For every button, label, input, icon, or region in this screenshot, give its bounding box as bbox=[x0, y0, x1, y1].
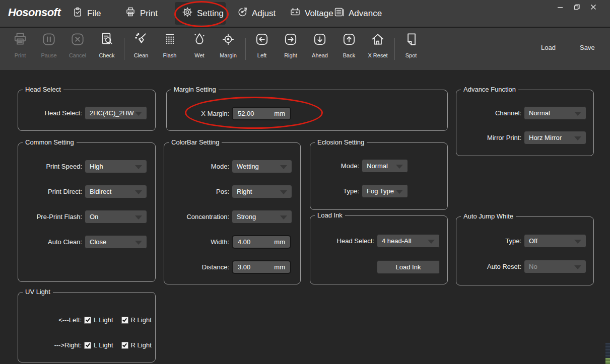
eclosion-mode-row: Mode: Normal bbox=[315, 159, 408, 173]
colorbar-concentration-row: Concentration: Strong bbox=[170, 210, 292, 224]
menu-adjust[interactable]: Adjust bbox=[237, 0, 276, 27]
head-select-label: Head Select: bbox=[23, 109, 82, 117]
chevron-down-icon bbox=[135, 112, 142, 116]
menu-voltage[interactable]: Voltage bbox=[290, 0, 333, 27]
print-direct-label: Print Direct: bbox=[23, 188, 82, 195]
toolbar-check-button[interactable]: Check bbox=[93, 32, 121, 58]
menu-print[interactable]: Print bbox=[125, 0, 158, 27]
check-icon bbox=[85, 342, 91, 348]
uv-left-label: <---Left: bbox=[23, 316, 82, 324]
uv-right-llight-checkbox[interactable] bbox=[84, 342, 91, 349]
x-margin-field[interactable]: mm bbox=[232, 107, 291, 120]
toolbar-flash-button[interactable]: Flash bbox=[156, 32, 184, 58]
colorbar-concentration-value: Strong bbox=[237, 213, 256, 221]
restore-button[interactable] bbox=[570, 3, 583, 13]
toolbar-wet-button[interactable]: Wet bbox=[185, 32, 214, 58]
close-button[interactable] bbox=[587, 3, 600, 13]
toolbar-left-button[interactable]: Left bbox=[248, 32, 276, 58]
printer-icon bbox=[125, 7, 136, 20]
channel-dropdown[interactable]: Normal bbox=[524, 106, 586, 120]
uv-right-rlight-checkbox[interactable] bbox=[121, 342, 128, 349]
save-button[interactable]: Save bbox=[580, 44, 595, 51]
home-icon bbox=[370, 32, 385, 49]
uv-left-rlight-checkbox[interactable] bbox=[121, 317, 128, 324]
toolbar-margin-button[interactable]: Margin bbox=[214, 32, 242, 58]
uv-right-row: --->Right: L Light R Light bbox=[23, 338, 160, 352]
toolbar-separator bbox=[245, 38, 246, 60]
colorbar-pos-value: Right bbox=[237, 188, 252, 195]
ajw-auto-reset-dropdown[interactable]: No bbox=[524, 260, 586, 273]
colorbar-width-input[interactable] bbox=[238, 238, 271, 246]
colorbar-concentration-dropdown[interactable]: Strong bbox=[232, 210, 292, 224]
colorbar-distance-input[interactable] bbox=[238, 263, 271, 271]
water-drop-icon bbox=[192, 32, 207, 49]
chevron-down-icon bbox=[135, 165, 142, 169]
menu-setting[interactable]: Setting bbox=[182, 0, 224, 27]
menu-file[interactable]: File bbox=[72, 0, 101, 27]
load-button[interactable]: Load bbox=[541, 44, 556, 51]
uv-left-llight-label: L Light bbox=[94, 316, 113, 324]
pre-print-flash-value: On bbox=[90, 213, 98, 221]
colorbar-concentration-label: Concentration: bbox=[170, 213, 229, 221]
print-speed-dropdown[interactable]: High bbox=[85, 160, 147, 173]
toolbar-xreset-label: X Reset bbox=[368, 52, 387, 58]
print-speed-value: High bbox=[90, 163, 103, 170]
chevron-down-icon bbox=[574, 265, 581, 269]
group-title: Margin Setting bbox=[171, 86, 219, 93]
pre-print-flash-row: Pre-Print Flash: On bbox=[23, 210, 147, 224]
toolbar-ahead-button[interactable]: Ahead bbox=[306, 32, 334, 58]
chevron-down-icon bbox=[574, 240, 581, 244]
colorbar-pos-dropdown[interactable]: Right bbox=[232, 185, 292, 198]
colorbar-distance-field[interactable]: mm bbox=[232, 260, 291, 274]
arrow-up-icon bbox=[342, 32, 357, 49]
colorbar-width-unit: mm bbox=[274, 238, 285, 246]
uv-left-llight-checkbox[interactable] bbox=[84, 317, 91, 324]
eclosion-type-value: Fog Type bbox=[367, 187, 394, 195]
group-title: Auto Jump White bbox=[461, 212, 516, 220]
eclosion-type-dropdown[interactable]: Fog Type bbox=[362, 184, 408, 198]
cancel-x-icon bbox=[70, 32, 85, 49]
load-ink-button[interactable]: Load Ink bbox=[377, 260, 440, 274]
colorbar-mode-dropdown[interactable]: Wetting bbox=[232, 160, 292, 173]
minimize-button[interactable] bbox=[554, 3, 567, 13]
chevron-down-icon bbox=[574, 112, 581, 116]
toolbar-wet-label: Wet bbox=[194, 52, 204, 58]
print-speed-row: Print Speed: High bbox=[23, 160, 147, 173]
print-direct-value: Bidirect bbox=[90, 188, 111, 195]
toolbar-right-button[interactable]: Right bbox=[277, 32, 305, 58]
load-ink-head-select-value: 4 head-All bbox=[382, 237, 412, 245]
x-margin-input[interactable] bbox=[238, 110, 271, 117]
ajw-type-dropdown[interactable]: Off bbox=[524, 234, 586, 248]
battery-icon bbox=[290, 7, 301, 20]
menu-file-label: File bbox=[87, 9, 101, 19]
head-select-row: Head Select: 2HC(4C)_2HW bbox=[23, 106, 147, 120]
chevron-down-icon bbox=[396, 190, 403, 194]
toolbar-spot-button[interactable]: Spot bbox=[397, 32, 425, 58]
toolbar-clean-label: Clean bbox=[134, 52, 149, 58]
eclosion-mode-value: Normal bbox=[367, 162, 388, 170]
shower-grid-icon bbox=[162, 32, 177, 49]
toolbar-pause-button: Pause bbox=[35, 32, 63, 58]
toolbar-clean-button[interactable]: Clean bbox=[127, 32, 155, 58]
menu-advance-label: Advance bbox=[349, 9, 382, 19]
page-fold-icon bbox=[403, 32, 419, 49]
colorbar-width-field[interactable]: mm bbox=[232, 235, 291, 249]
menu-advance[interactable]: Advance bbox=[333, 0, 382, 27]
group-load-ink: Load Ink bbox=[310, 215, 448, 284]
arrow-right-icon bbox=[283, 32, 298, 49]
group-title: Eclosion Setting bbox=[315, 138, 367, 146]
auto-clean-dropdown[interactable]: Close bbox=[85, 235, 147, 249]
load-ink-head-select-dropdown[interactable]: 4 head-All bbox=[377, 234, 440, 248]
printer-icon bbox=[13, 32, 28, 49]
head-select-dropdown[interactable]: 2HC(4C)_2HW bbox=[85, 106, 147, 120]
pre-print-flash-dropdown[interactable]: On bbox=[85, 210, 147, 224]
mirror-print-dropdown[interactable]: Horz Mirror bbox=[524, 131, 586, 144]
restore-icon bbox=[573, 4, 580, 13]
toolbar-back-button[interactable]: Back bbox=[335, 32, 363, 58]
uv-right-label: --->Right: bbox=[23, 341, 82, 349]
channel-row: Channel: Normal bbox=[460, 106, 586, 120]
app-logo: Hosonsoft bbox=[8, 6, 60, 19]
print-direct-dropdown[interactable]: Bidirect bbox=[85, 185, 147, 198]
eclosion-mode-dropdown[interactable]: Normal bbox=[362, 159, 408, 173]
toolbar-xreset-button[interactable]: X Reset bbox=[364, 32, 392, 58]
